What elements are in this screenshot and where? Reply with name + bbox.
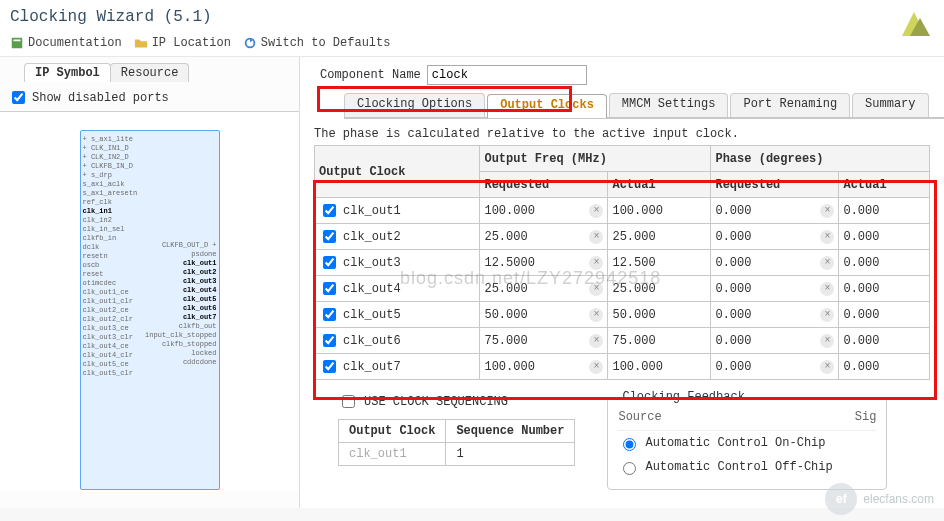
output-clocks-table: Output Clock Output Freq (MHz) Phase (de… (314, 145, 930, 380)
phase-actual-value: 0.000 (839, 250, 930, 276)
signal-right: locked (145, 349, 216, 358)
right-panel: Component Name Clocking OptionsOutput Cl… (300, 57, 944, 508)
clk-name: clk_out1 (343, 204, 401, 218)
clk-name: clk_out6 (343, 334, 401, 348)
freq-requested-value[interactable]: 25.000 (484, 230, 527, 244)
signal-left: clk_out3_ce (83, 324, 138, 333)
use-clock-sequencing-checkbox[interactable] (342, 395, 355, 408)
phase-requested-value[interactable]: 0.000 (715, 334, 751, 348)
tab-mmcm-settings[interactable]: MMCM Settings (609, 93, 729, 117)
clear-icon[interactable]: × (820, 282, 834, 296)
th-freq-group: Output Freq (MHz) (480, 146, 711, 172)
show-disabled-ports-checkbox[interactable] (12, 91, 25, 104)
sequence-table: Output Clock Sequence Number clk_out11 (338, 419, 575, 466)
clk-enable-checkbox[interactable] (323, 282, 336, 295)
table-row: clk_out550.000×50.0000.000×0.000 (315, 302, 930, 328)
phase-requested-value[interactable]: 0.000 (715, 256, 751, 270)
phase-requested-value[interactable]: 0.000 (715, 360, 751, 374)
tab-port-renaming[interactable]: Port Renaming (730, 93, 850, 117)
table-row: clk_out312.5000×12.5000.000×0.000 (315, 250, 930, 276)
phase-actual-value: 0.000 (839, 354, 930, 380)
phase-requested-value[interactable]: 0.000 (715, 308, 751, 322)
signal-right: clkfb_stopped (145, 340, 216, 349)
signal-right: CLKFB_OUT_D + (145, 241, 216, 250)
freq-requested-value[interactable]: 25.000 (484, 282, 527, 296)
phase-actual-value: 0.000 (839, 302, 930, 328)
tab-output-clocks[interactable]: Output Clocks (487, 94, 607, 118)
clear-icon[interactable]: × (820, 308, 834, 322)
left-tab-resource[interactable]: Resource (110, 63, 190, 82)
freq-actual-value: 75.000 (608, 328, 711, 354)
left-tab-ip-symbol[interactable]: IP Symbol (24, 63, 111, 82)
clk-enable-checkbox[interactable] (323, 308, 336, 321)
clear-icon[interactable]: × (820, 256, 834, 270)
feedback-signal-label: Sig (855, 410, 877, 424)
signal-left: clk_in1 (83, 207, 138, 216)
clear-icon[interactable]: × (589, 360, 603, 374)
freq-actual-value: 25.000 (608, 276, 711, 302)
freq-requested-value[interactable]: 50.000 (484, 308, 527, 322)
watermark-elecfans: ef elecfans.com (825, 483, 934, 515)
freq-actual-value: 100.000 (608, 198, 711, 224)
table-row: clk_out675.000×75.0000.000×0.000 (315, 328, 930, 354)
clk-enable-checkbox[interactable] (323, 360, 336, 373)
phase-requested-value[interactable]: 0.000 (715, 230, 751, 244)
clear-icon[interactable]: × (589, 256, 603, 270)
svg-rect-3 (14, 40, 21, 42)
signal-left: otimcdec (83, 279, 138, 288)
freq-requested-value[interactable]: 100.000 (484, 360, 534, 374)
signal-left: clk_out5_ce (83, 360, 138, 369)
signal-left: resetn (83, 252, 138, 261)
clk-enable-checkbox[interactable] (323, 334, 336, 347)
signal-right: clk_out4 (145, 286, 216, 295)
ip-location-link[interactable]: IP Location (134, 36, 231, 50)
freq-requested-value[interactable]: 100.000 (484, 204, 534, 218)
feedback-source-label: Source (618, 410, 661, 424)
signal-left: clk_out3_clr (83, 333, 138, 342)
clear-icon[interactable]: × (820, 230, 834, 244)
phase-actual-value: 0.000 (839, 198, 930, 224)
main-tabs: Clocking OptionsOutput ClocksMMCM Settin… (344, 93, 944, 119)
table-row: clk_out7100.000×100.0000.000×0.000 (315, 354, 930, 380)
freq-requested-value[interactable]: 75.000 (484, 334, 527, 348)
freq-requested-value[interactable]: 12.5000 (484, 256, 534, 270)
phase-requested-value[interactable]: 0.000 (715, 204, 751, 218)
signal-right: cddcdone (145, 358, 216, 367)
documentation-link[interactable]: Documentation (10, 36, 122, 50)
show-disabled-ports-label: Show disabled ports (32, 91, 169, 105)
clk-name: clk_out2 (343, 230, 401, 244)
switch-to-defaults-link[interactable]: Switch to Defaults (243, 36, 391, 50)
seq-th-output: Output Clock (339, 420, 446, 443)
vendor-logo-icon (896, 6, 932, 42)
clear-icon[interactable]: × (589, 308, 603, 322)
ip-block: + s_axi_lite+ CLK_IN1_D+ CLK_IN2_D+ CLKF… (80, 130, 220, 490)
signal-right: input_clk_stopped (145, 331, 216, 340)
reset-icon (243, 36, 257, 50)
component-name-input[interactable] (427, 65, 587, 85)
clear-icon[interactable]: × (589, 204, 603, 218)
phase-actual-value: 0.000 (839, 224, 930, 250)
feedback-auto-off-chip-radio[interactable] (623, 462, 636, 475)
table-row: clk_out425.000×25.0000.000×0.000 (315, 276, 930, 302)
clear-icon[interactable]: × (820, 334, 834, 348)
clear-icon[interactable]: × (820, 204, 834, 218)
clk-enable-checkbox[interactable] (323, 230, 336, 243)
signal-right: clk_out5 (145, 295, 216, 304)
clk-enable-checkbox[interactable] (323, 204, 336, 217)
clear-icon[interactable]: × (589, 334, 603, 348)
clear-icon[interactable]: × (589, 282, 603, 296)
signal-left: oscb (83, 261, 138, 270)
toolbar: Documentation IP Location Switch to Defa… (0, 30, 944, 57)
tab-clocking-options[interactable]: Clocking Options (344, 93, 485, 117)
signal-left: clkfb_in (83, 234, 138, 243)
tab-summary[interactable]: Summary (852, 93, 928, 117)
clear-icon[interactable]: × (589, 230, 603, 244)
clk-name: clk_out7 (343, 360, 401, 374)
feedback-auto-on-chip-radio[interactable] (623, 438, 636, 451)
signal-right: clk_out7 (145, 313, 216, 322)
signal-right: clk_out2 (145, 268, 216, 277)
phase-requested-value[interactable]: 0.000 (715, 282, 751, 296)
clk-enable-checkbox[interactable] (323, 256, 336, 269)
signal-left: clk_out4_ce (83, 342, 138, 351)
clear-icon[interactable]: × (820, 360, 834, 374)
